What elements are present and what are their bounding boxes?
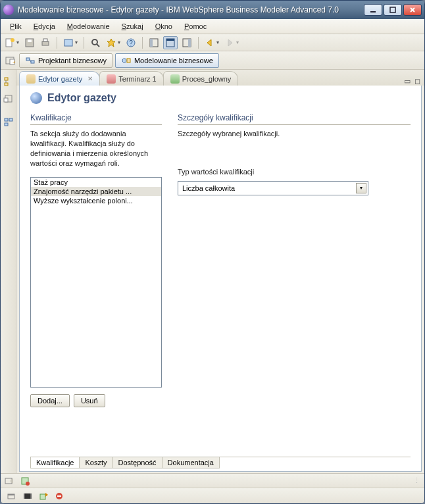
menu-modeling[interactable]: Modelowanie [62, 21, 115, 32]
maximize-button[interactable] [384, 4, 402, 16]
qualifications-list[interactable]: Staż pracy Znajomość narzędzi pakietu ..… [30, 177, 162, 388]
svg-rect-36 [4, 98, 8, 102]
btab-dostepnosc[interactable]: Dostępność [112, 457, 162, 468]
close-button[interactable] [403, 4, 422, 16]
menu-window-label: kno [161, 22, 172, 30]
svg-text:?: ? [129, 39, 133, 47]
svg-rect-39 [5, 123, 8, 126]
process-icon [170, 74, 180, 84]
perspective-bar: + Projektant biznesowy Modelowanie bizne… [1, 51, 424, 70]
chevron-down-icon[interactable]: ▾ [356, 183, 366, 193]
grip-icon: ⋮ [413, 476, 420, 485]
svg-rect-27 [26, 58, 30, 61]
svg-rect-52 [57, 495, 61, 497]
combo-value: Liczba całkowita [182, 184, 235, 192]
list-buttons: Dodaj... Usuń [30, 394, 162, 407]
close-icon[interactable]: ✕ [88, 75, 93, 82]
menu-help[interactable]: Pomoc [179, 21, 212, 32]
svg-marker-50 [45, 493, 48, 497]
layout3-button[interactable] [180, 36, 193, 49]
restore-view-icon[interactable] [2, 92, 15, 105]
forward-button[interactable] [223, 36, 240, 49]
details-desc: Szczegóły wybranej kwalifikacji. [178, 129, 411, 139]
value-type-label: Typ wartości kwalifikacji [178, 168, 411, 176]
menu-search[interactable]: Szukaj [116, 21, 149, 32]
menu-edit[interactable]: Edycja [28, 21, 61, 32]
editor-area: Edytor gazety ✕ Terminarz 1 Proces_glown… [16, 70, 424, 473]
help-button[interactable]: ? [124, 36, 138, 49]
new-button[interactable] [3, 36, 20, 49]
favorites-button[interactable] [105, 36, 122, 49]
project-tree-icon[interactable] [2, 75, 15, 88]
btab-dokumentacja[interactable]: Dokumentacja [162, 457, 220, 468]
list-item[interactable]: Wyższe wykształcenie poloni... [31, 196, 161, 205]
btab-kwalifikacje[interactable]: Kwalifikacje [30, 457, 80, 468]
perspective-designer-label: Projektant biznesowy [38, 57, 107, 64]
list-item[interactable]: Staż pracy [31, 178, 161, 187]
titlebar: Modelowanie biznesowe - Edytor gazety - … [1, 1, 424, 19]
svg-rect-49 [40, 494, 45, 499]
svg-marker-22 [207, 39, 211, 46]
menu-file[interactable]: Plik [5, 21, 27, 32]
svg-point-30 [122, 59, 126, 63]
svg-point-43 [26, 482, 30, 486]
svg-rect-7 [28, 39, 32, 42]
perspective-modeling-label: Modelowanie biznesowe [134, 57, 213, 64]
view-button[interactable] [62, 36, 79, 49]
back-button[interactable] [203, 36, 220, 49]
right-column: Szczegóły kwalifikacji Szczegóły wybrane… [178, 113, 411, 453]
form-columns: Kwalifikacje Ta sekcja służy do dodawani… [30, 113, 411, 453]
svg-rect-47 [24, 493, 25, 499]
separator [57, 37, 57, 49]
designer-icon [25, 55, 36, 66]
app-icon [3, 5, 14, 15]
svg-rect-17 [150, 39, 153, 47]
svg-text:+: + [12, 59, 15, 65]
left-column: Kwalifikacje Ta sekcja służy do dodawani… [30, 113, 162, 453]
value-type-combo[interactable]: Liczba całkowita ▾ [178, 181, 368, 195]
add-button[interactable]: Dodaj... [30, 394, 70, 407]
svg-line-12 [97, 44, 99, 47]
svg-rect-31 [127, 59, 130, 63]
search-button[interactable] [89, 36, 102, 49]
menu-modeling-label: odelowanie [73, 22, 110, 30]
layout2-button[interactable] [163, 36, 178, 49]
perspective-designer[interactable]: Projektant biznesowy [19, 53, 113, 68]
menu-edit-label: dycja [38, 22, 55, 30]
editor-tabs: Edytor gazety ✕ Terminarz 1 Proces_glown… [16, 70, 424, 86]
minimize-view-icon[interactable]: ▭ [404, 77, 411, 86]
separator [142, 37, 143, 49]
outline-icon[interactable] [2, 116, 15, 129]
svg-rect-1 [390, 7, 395, 13]
svg-rect-9 [43, 39, 47, 41]
separator [198, 37, 199, 49]
tab-label: Edytor gazety [38, 75, 82, 83]
btab-koszty[interactable]: Koszty [79, 457, 113, 468]
layout1-button[interactable] [147, 36, 161, 49]
errors-icon[interactable] [20, 476, 30, 486]
svg-marker-13 [107, 39, 115, 47]
svg-rect-10 [64, 39, 72, 46]
minimize-button[interactable] [364, 4, 382, 16]
modeling-icon [121, 55, 132, 66]
tab-edytor-gazety[interactable]: Edytor gazety ✕ [19, 71, 100, 86]
film-icon[interactable] [23, 491, 32, 501]
document-icon [26, 74, 36, 84]
export-icon[interactable] [39, 491, 48, 501]
maximize-view-icon[interactable]: ◻ [414, 77, 420, 86]
svg-rect-45 [8, 494, 14, 495]
remove-button[interactable]: Usuń [74, 394, 105, 407]
open-perspective-button[interactable]: + [3, 54, 16, 67]
list-item[interactable]: Znajomość narzędzi pakietu ... [31, 187, 161, 196]
stop-icon[interactable] [55, 491, 64, 501]
print-button[interactable] [39, 36, 52, 49]
menu-window[interactable]: Okno [150, 21, 178, 32]
app-window: Modelowanie biznesowe - Edytor gazety - … [0, 0, 425, 504]
perspective-modeling[interactable]: Modelowanie biznesowe [115, 53, 219, 68]
save-button[interactable] [23, 36, 36, 49]
fast-view-icon[interactable] [5, 476, 14, 486]
tab-terminarz[interactable]: Terminarz 1 [99, 71, 163, 86]
tab-proces[interactable]: Proces_glowny [163, 71, 239, 86]
tab-label: Terminarz 1 [118, 75, 156, 83]
show-view-icon[interactable] [7, 491, 16, 501]
